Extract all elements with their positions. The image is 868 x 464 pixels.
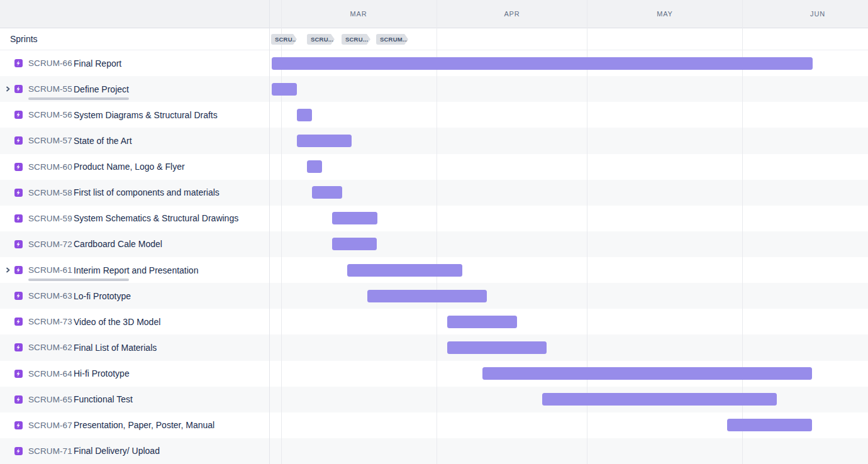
row-left: SCRUM-55 Define Project <box>0 76 269 102</box>
issue-title: Cardboard Cale Model <box>74 239 162 249</box>
issue-title: Hi-fi Prototype <box>74 368 130 378</box>
row-left: SCRUM-56 System Diagrams & Structural Dr… <box>0 102 269 128</box>
epic-icon <box>14 421 23 429</box>
timeline-bar[interactable] <box>347 264 462 277</box>
row-left: SCRUM-66 Final Report <box>0 50 269 76</box>
issue-key: SCRUM-64 <box>28 369 69 378</box>
timeline-row[interactable]: SCRUM-66 Final Report <box>0 50 868 76</box>
timeline-row[interactable]: SCRUM-57 State of the Art <box>0 128 868 153</box>
issue-key: SCRUM-62 <box>28 343 69 352</box>
issue-key: SCRUM-67 <box>28 421 69 430</box>
row-left: SCRUM-72 Cardboard Cale Model <box>0 231 269 257</box>
timeline-row[interactable]: SCRUM-65 Functional Test <box>0 387 868 412</box>
row-left: SCRUM-58 First list of components and ma… <box>0 180 269 206</box>
issue-key: SCRUM-66 <box>28 58 69 68</box>
timeline-bar[interactable] <box>367 290 487 302</box>
timeline-row[interactable]: SCRUM-71 Final Delivery/ Upload <box>0 438 868 464</box>
row-left: SCRUM-57 State of the Art <box>0 128 269 153</box>
timeline-bar[interactable] <box>272 83 297 96</box>
month-label: APR <box>504 0 520 28</box>
timeline-header: MARAPRMAYJUN <box>0 0 868 28</box>
issue-key: SCRUM-73 <box>28 317 69 326</box>
timeline-row[interactable]: SCRUM-72 Cardboard Cale Model <box>0 231 868 257</box>
month-label: MAR <box>350 0 367 28</box>
row-left: SCRUM-60 Product Name, Logo & Flyer <box>0 154 269 180</box>
sprint-pill[interactable]: SCRU... <box>307 34 335 45</box>
issue-key: SCRUM-61 <box>28 265 69 275</box>
timeline-row[interactable]: SCRUM-64 Hi-fi Prototype <box>0 361 868 387</box>
row-left: SCRUM-73 Video of the 3D Model <box>0 309 269 334</box>
issue-title: Product Name, Logo & Flyer <box>74 162 185 172</box>
chevron-slot <box>5 86 14 92</box>
issue-key: SCRUM-65 <box>28 395 69 404</box>
chevron-slot <box>5 267 14 273</box>
timeline-bar[interactable] <box>482 367 812 380</box>
timeline-bar[interactable] <box>332 238 377 250</box>
row-left: SCRUM-65 Functional Test <box>0 387 269 412</box>
timeline-bar[interactable] <box>447 316 517 328</box>
issue-key: SCRUM-59 <box>28 214 69 223</box>
epic-icon <box>14 318 23 326</box>
issue-key: SCRUM-56 <box>28 110 69 119</box>
epic-icon <box>14 447 23 455</box>
epic-icon <box>14 59 23 67</box>
row-left: SCRUM-62 Final List of Materials <box>0 334 269 360</box>
timeline-row[interactable]: SCRUM-62 Final List of Materials <box>0 334 868 360</box>
epic-icon <box>14 395 23 404</box>
epic-icon <box>14 111 23 119</box>
issue-title: System Schematics & Structural Drawings <box>74 213 238 223</box>
timeline-bar[interactable] <box>272 57 813 70</box>
row-progress-underline <box>28 97 129 100</box>
timeline-bar[interactable] <box>312 186 342 199</box>
timeline-row[interactable]: SCRUM-63 Lo-fi Prototype <box>0 283 868 309</box>
timeline-row[interactable]: SCRUM-56 System Diagrams & Structural Dr… <box>0 102 868 128</box>
epic-icon <box>14 136 23 145</box>
timeline-bar[interactable] <box>297 109 312 121</box>
timeline-bar[interactable] <box>542 393 777 406</box>
timeline-row[interactable]: SCRUM-67 Presentation, Paper, Poster, Ma… <box>0 412 868 438</box>
timeline-row[interactable]: SCRUM-58 First list of components and ma… <box>0 180 868 206</box>
timeline-bar[interactable] <box>727 419 812 431</box>
issue-title: Final Report <box>74 58 121 69</box>
row-left: SCRUM-61 Interim Report and Presentation <box>0 257 269 283</box>
chevron-right-icon[interactable] <box>5 267 11 273</box>
issue-title: Interim Report and Presentation <box>74 265 198 275</box>
timeline-bar[interactable] <box>332 212 377 224</box>
row-left: SCRUM-63 Lo-fi Prototype <box>0 283 269 309</box>
issue-key: SCRUM-55 <box>28 84 69 94</box>
timeline-bar[interactable] <box>297 135 352 147</box>
issue-title: First list of components and materials <box>74 187 220 197</box>
row-left: SCRUM-67 Presentation, Paper, Poster, Ma… <box>0 412 269 438</box>
epic-icon <box>14 266 23 274</box>
issue-title: Define Project <box>74 84 129 94</box>
timeline-row[interactable]: SCRUM-60 Product Name, Logo & Flyer <box>0 154 868 180</box>
epic-icon <box>14 214 23 223</box>
issue-key: SCRUM-58 <box>28 188 69 197</box>
epic-icon <box>14 85 23 93</box>
issue-title: Video of the 3D Model <box>74 317 160 327</box>
timeline-row[interactable]: SCRUM-59 System Schematics & Structural … <box>0 206 868 231</box>
sprint-pill[interactable]: SCRU... <box>271 34 297 45</box>
rows-list: SCRUM-66 Final Report SCRUM-55 Define Pr… <box>0 50 868 464</box>
issue-title: System Diagrams & Structural Drafts <box>74 110 218 120</box>
sprints-label: Sprints <box>10 29 38 50</box>
epic-icon <box>14 292 23 300</box>
row-left: SCRUM-71 Final Delivery/ Upload <box>0 438 269 464</box>
epic-icon <box>14 343 23 351</box>
sprint-pill[interactable]: SCRUM... <box>376 34 408 45</box>
timeline-bar[interactable] <box>307 160 322 173</box>
sprint-pill[interactable]: SCRU... <box>342 34 370 45</box>
timeline-row[interactable]: SCRUM-61 Interim Report and Presentation <box>0 257 868 283</box>
timeline-row[interactable]: SCRUM-55 Define Project <box>0 76 868 102</box>
issue-key: SCRUM-72 <box>28 240 69 249</box>
chevron-right-icon[interactable] <box>5 86 11 92</box>
issue-title: Presentation, Paper, Poster, Manual <box>74 420 214 430</box>
timeline-view: MARAPRMAYJUN Sprints SCRU...SCRU...SCRU.… <box>0 0 868 464</box>
issue-key: SCRUM-60 <box>28 162 69 172</box>
epic-icon <box>14 240 23 248</box>
timeline-row[interactable]: SCRUM-73 Video of the 3D Model <box>0 309 868 334</box>
issue-key: SCRUM-71 <box>28 446 69 456</box>
month-label: JUN <box>810 0 825 28</box>
issue-key: SCRUM-63 <box>28 291 69 301</box>
timeline-bar[interactable] <box>447 341 547 354</box>
